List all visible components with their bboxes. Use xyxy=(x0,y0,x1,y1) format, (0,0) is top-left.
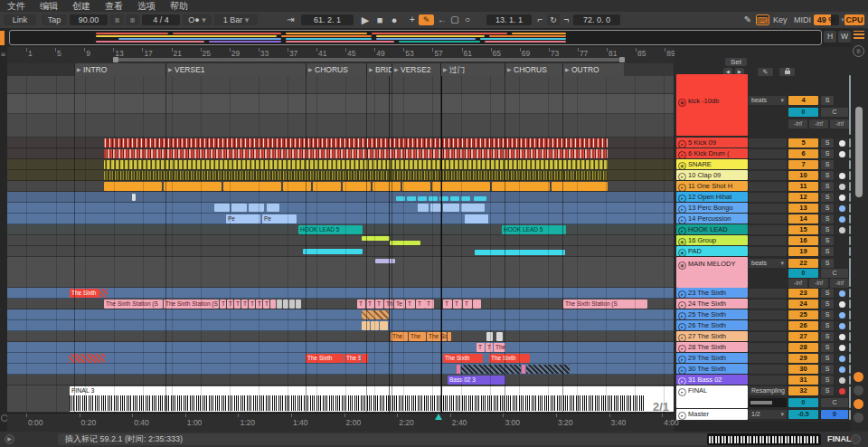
io-chooser[interactable] xyxy=(749,193,787,202)
locator-VERSE2[interactable]: ▶VERSE2 xyxy=(392,63,440,76)
locator-INTRO[interactable]: ▶INTRO xyxy=(74,63,165,76)
io-chooser[interactable] xyxy=(749,310,787,319)
track-lane[interactable] xyxy=(7,76,674,94)
track-name-25-The-Sixth[interactable]: ▸25 The Sixth xyxy=(676,309,748,319)
arrangement-canvas[interactable]: PePeHOOK LEAD 5HOOK LEAD 5The SixthThe S… xyxy=(7,76,674,413)
locator-BRID...[interactable]: ▶BRID... xyxy=(366,63,392,76)
track-activator[interactable]: 22 xyxy=(788,259,818,268)
clip[interactable]: T xyxy=(234,300,241,309)
lock-envelopes-button[interactable] xyxy=(779,68,795,76)
clip[interactable] xyxy=(303,249,363,254)
key-map-button[interactable]: Key xyxy=(773,12,788,28)
io-chooser[interactable] xyxy=(749,182,787,191)
track-name-HOOK-LEAD[interactable]: ▸HOOK LEAD xyxy=(676,224,748,234)
arm-button[interactable] xyxy=(835,354,848,363)
io-chooser[interactable] xyxy=(749,204,787,213)
clip[interactable] xyxy=(450,196,459,201)
track-name-30-The-Sixth[interactable]: ▸30 The Sixth xyxy=(676,364,748,374)
clip[interactable]: Te xyxy=(394,300,405,309)
clip[interactable] xyxy=(457,365,460,374)
clip[interactable] xyxy=(104,160,608,169)
region-icon[interactable]: ▢ xyxy=(449,12,460,28)
arm-button[interactable] xyxy=(835,171,848,180)
clip[interactable]: T xyxy=(241,300,248,309)
send-field-1[interactable]: -inf xyxy=(809,119,828,128)
track-activator[interactable]: 31 xyxy=(788,376,818,385)
io-chooser[interactable] xyxy=(749,236,787,245)
track-lane[interactable] xyxy=(7,246,674,257)
clip[interactable]: T xyxy=(263,300,269,309)
io-chooser[interactable] xyxy=(749,214,787,224)
track-activator[interactable]: 10 xyxy=(788,171,818,180)
clip[interactable]: T xyxy=(486,343,493,352)
clip[interactable]: T xyxy=(463,300,472,309)
clip[interactable]: HOOK LEAD 5 xyxy=(298,225,363,234)
clip[interactable]: T xyxy=(227,300,233,309)
clip[interactable] xyxy=(475,250,565,255)
optimize-width-button[interactable]: W xyxy=(838,31,851,43)
track-activator[interactable]: 16 xyxy=(788,236,818,245)
io-chooser[interactable] xyxy=(749,289,787,298)
io-chooser[interactable] xyxy=(749,354,787,363)
track-name-5-Kick-09[interactable]: ▸5 Kick 09 xyxy=(676,138,748,147)
solo-button[interactable]: S xyxy=(821,386,834,395)
solo-button[interactable]: S xyxy=(821,247,834,256)
clip[interactable]: The Sixth xyxy=(443,354,483,363)
locator-CHORUS[interactable]: ▶CHORUS xyxy=(505,63,562,76)
clip[interactable]: Pe xyxy=(262,214,297,224)
detail-view-toggle[interactable]: ||| xyxy=(853,45,864,57)
vertical-scrollbar[interactable] xyxy=(855,107,863,197)
clip[interactable]: The Six xyxy=(427,332,447,341)
clip[interactable] xyxy=(418,196,427,201)
menu-item-0[interactable]: 文件 xyxy=(7,0,25,13)
time-signature-field[interactable]: 4 / 4 xyxy=(142,14,180,25)
locator-过门[interactable]: ▶过门 xyxy=(440,63,505,76)
clip[interactable] xyxy=(132,194,136,201)
io-chooser[interactable] xyxy=(749,321,787,330)
io-chooser[interactable]: beats▾ xyxy=(749,259,787,268)
clip[interactable]: The Sixth Station (S xyxy=(563,300,647,309)
clip[interactable] xyxy=(461,196,470,201)
volume-field[interactable]: 0 xyxy=(788,398,818,407)
clip[interactable]: The xyxy=(391,332,408,341)
menu-item-2[interactable]: 创建 xyxy=(72,0,90,13)
solo-button[interactable]: S xyxy=(821,354,834,363)
volume-field[interactable]: 0 xyxy=(788,269,818,278)
track-lane[interactable] xyxy=(7,192,674,203)
set-locator-button[interactable]: Set xyxy=(725,58,747,66)
arm-button[interactable] xyxy=(835,182,848,191)
clip[interactable] xyxy=(104,138,608,147)
track-name-26-The-Sixth[interactable]: ▸26 The Sixth xyxy=(676,320,748,330)
bar-ruler[interactable]: 1591317212529333741454953576165697377818… xyxy=(7,47,731,63)
track-activator[interactable]: 27 xyxy=(788,332,818,341)
locator-CHORUS[interactable]: ▶CHORUS xyxy=(306,63,366,76)
volume-field[interactable]: -0.5 xyxy=(788,410,818,419)
track-lane[interactable] xyxy=(7,94,674,114)
arm-button[interactable] xyxy=(835,225,848,234)
arm-button[interactable] xyxy=(835,343,848,352)
io-chooser[interactable] xyxy=(749,149,787,158)
clip[interactable]: The S xyxy=(344,354,361,363)
io-chooser[interactable]: 1/2▾ xyxy=(749,410,787,419)
clip[interactable]: The Sixth Station (S xyxy=(164,300,219,309)
clip[interactable] xyxy=(104,182,162,191)
track-name-23-The-Sixth[interactable]: ▸23 The Sixth xyxy=(676,288,748,298)
arm-button[interactable] xyxy=(835,193,848,202)
arm-button[interactable] xyxy=(835,149,848,158)
track-activator[interactable]: 4 xyxy=(788,96,818,105)
solo-button[interactable]: S xyxy=(821,236,834,245)
solo-button[interactable]: S xyxy=(821,259,834,268)
arrangement-position-field[interactable]: 61. 2. 1 xyxy=(301,14,354,25)
track-name-29-The-Sixth[interactable]: ▸29 The Sixth xyxy=(676,353,748,363)
track-lane[interactable]: Bass 02 3 xyxy=(7,375,674,385)
track-activator[interactable]: 25 xyxy=(788,310,818,319)
track-lane[interactable]: FINAL 3 xyxy=(7,385,674,413)
computer-midi-keyboard-button[interactable]: ⌨ xyxy=(756,14,769,25)
track-lane[interactable]: HOOK LEAD 5HOOK LEAD 5 xyxy=(7,224,674,235)
track-lane[interactable] xyxy=(7,170,674,181)
clip[interactable] xyxy=(418,204,429,212)
track-name-PAD[interactable]: ◉PAD xyxy=(676,246,748,256)
clip[interactable]: T xyxy=(220,300,226,309)
solo-button[interactable]: S xyxy=(821,289,834,298)
track-lane[interactable] xyxy=(7,309,674,320)
